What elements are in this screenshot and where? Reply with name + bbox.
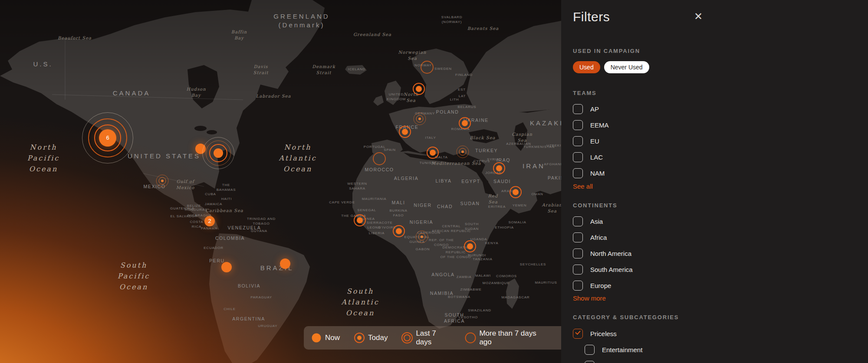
section-header-continents: CONTINENTS [573,202,618,209]
category-priceless[interactable]: Priceless [573,329,642,339]
continents-list: AsiaAfricaNorth AmericaSouth AmericaEuro… [573,216,633,297]
category-entertainment-label: Entertainment [602,346,642,353]
team-eema-label: EEMA [590,121,609,129]
continent-africa[interactable]: Africa [573,232,633,242]
section-header-campaign: USED IN CAMPAIGN [573,48,640,54]
legend-today-icon [355,333,364,343]
legend-item-today: Today [355,333,388,343]
continent-africa-checkbox[interactable] [573,232,583,242]
section-header-teams: TEAMS [573,90,597,96]
legend-now-icon [312,333,321,343]
team-ap-label: AP [590,105,599,113]
team-eu-label: EU [590,137,599,145]
section-header-categories: CATEGORY & SUBCATEGORIES [573,314,679,320]
app-window: North Pacific OceanNorth Atlantic OceanS… [0,0,868,363]
team-lac-label: LAC [590,154,603,161]
team-ap-checkbox[interactable] [573,104,583,114]
continent-north-america-checkbox[interactable] [573,249,583,258]
map-landmass [0,0,561,363]
category-priceless-checkbox[interactable] [573,329,583,339]
team-lac[interactable]: LAC [573,152,609,162]
category-item-checkbox[interactable] [585,361,595,363]
campaign-toggle-group: UsedNever Used [573,61,649,73]
continent-europe-checkbox[interactable] [573,281,583,291]
continent-north-america-label: North America [590,250,631,257]
category-entertainment[interactable]: Entertainment [585,345,642,355]
continent-south-america-label: South America [590,266,633,273]
categories-list: PricelessEntertainment [573,329,642,363]
legend-item-now: Now [312,333,340,343]
continent-asia[interactable]: Asia [573,216,633,226]
category-entertainment-checkbox[interactable] [585,345,595,355]
team-lac-checkbox[interactable] [573,152,583,162]
continent-north-america[interactable]: North America [573,249,633,258]
marker-count: 6 [106,134,109,141]
legend-label: Now [325,334,340,342]
team-eu[interactable]: EU [573,136,609,146]
category-priceless-label: Priceless [590,330,617,337]
world-map[interactable]: North Pacific OceanNorth Atlantic OceanS… [0,0,561,363]
team-ap[interactable]: AP [573,104,609,114]
legend-item-last-7-days: Last 7 days [402,329,451,347]
legend-older-icon [466,333,475,343]
campaign-pill-used[interactable]: Used [573,61,600,73]
show-more-link[interactable]: Show more [573,294,606,302]
filters-panel: Filters ✕ USED IN CAMPAIGN UsedNever Use… [561,0,868,363]
legend-item-more-than-7-days-ago: More than 7 days ago [466,329,546,347]
teams-list: APEEMAEULACNAM [573,104,609,184]
team-eema[interactable]: EEMA [573,120,609,130]
legend-last7-icon [402,333,412,343]
team-nam[interactable]: NAM [573,168,609,178]
marker-count: 2 [208,218,211,224]
see-all-link[interactable]: See all [573,183,593,190]
close-icon[interactable]: ✕ [694,10,703,23]
team-eu-checkbox[interactable] [573,136,583,146]
legend-label: More than 7 days ago [479,329,546,347]
team-nam-label: NAM [590,170,605,177]
continent-europe-label: Europe [590,282,611,289]
continent-europe[interactable]: Europe [573,281,633,291]
legend-label: Today [368,334,388,342]
continent-africa-label: Africa [590,234,607,241]
continent-asia-checkbox[interactable] [573,216,583,226]
continent-asia-label: Asia [590,218,603,225]
panel-title: Filters [573,10,610,24]
continent-south-america[interactable]: South America [573,265,633,275]
legend-label: Last 7 days [416,329,451,347]
category-item[interactable] [585,361,642,363]
map-legend: NowTodayLast 7 daysMore than 7 days ago [304,326,561,350]
team-nam-checkbox[interactable] [573,168,583,178]
team-eema-checkbox[interactable] [573,120,583,130]
continent-south-america-checkbox[interactable] [573,265,583,275]
campaign-pill-never-used[interactable]: Never Used [604,61,649,73]
